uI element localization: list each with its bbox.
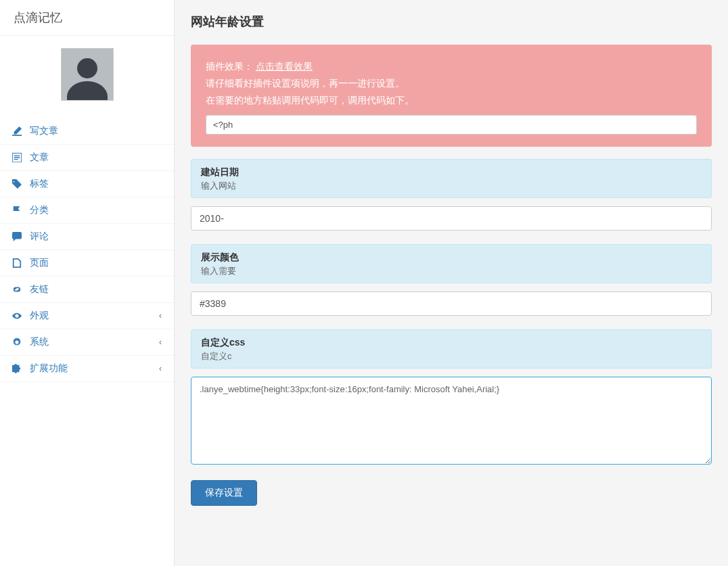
gear-icon (12, 337, 24, 347)
sidebar-item-extensions[interactable]: 扩展功能 ‹ (0, 356, 174, 382)
plugin-info-alert: 插件效果： 点击查看效果 请仔细看好插件设置项说明，再一一进行设置。 在需要的地… (191, 45, 712, 147)
section-title: 自定义css (201, 337, 702, 349)
section-header: 自定义css 自定义c (191, 329, 712, 369)
sidebar-item-label: 标签 (30, 178, 49, 190)
sidebar-item-label: 写文章 (30, 125, 58, 137)
section-custom-css: 自定义css 自定义c (191, 329, 712, 467)
sidebar-item-articles[interactable]: 文章 (0, 145, 174, 171)
build-date-input[interactable] (191, 206, 712, 231)
section-header: 建站日期 输入网站 (191, 159, 712, 198)
section-desc: 输入需要 (201, 265, 702, 277)
alert-line-3: 在需要的地方粘贴调用代码即可，调用代码如下。 (206, 92, 697, 109)
custom-css-textarea[interactable] (191, 377, 712, 465)
sidebar-item-label: 页面 (30, 257, 49, 269)
sidebar-item-tags[interactable]: 标签 (0, 171, 174, 197)
sidebar-item-label: 分类 (30, 204, 49, 216)
puzzle-icon (12, 364, 24, 373)
list-icon (12, 153, 24, 162)
sidebar-item-appearance[interactable]: 外观 ‹ (0, 303, 174, 329)
file-icon (12, 258, 24, 268)
edit-icon (12, 126, 24, 136)
sidebar-item-label: 系统 (30, 336, 49, 348)
display-color-input[interactable] (191, 291, 712, 316)
section-header: 展示颜色 输入需要 (191, 244, 712, 283)
sidebar-item-label: 友链 (30, 283, 49, 296)
view-effect-link[interactable]: 点击查看效果 (256, 61, 313, 72)
save-button[interactable]: 保存设置 (191, 480, 257, 506)
section-desc: 自定义c (201, 350, 702, 362)
sidebar-item-pages[interactable]: 页面 (0, 250, 174, 277)
comments-icon (12, 232, 24, 241)
section-desc: 输入网站 (201, 180, 702, 192)
chevron-left-icon: ‹ (159, 311, 162, 321)
main-content: 网站年龄设置 插件效果： 点击查看效果 请仔细看好插件设置项说明，再一一进行设置… (175, 0, 728, 566)
section-display-color: 展示颜色 输入需要 (191, 244, 712, 316)
section-title: 建站日期 (201, 166, 702, 179)
alert-line-2: 请仔细看好插件设置项说明，再一一进行设置。 (206, 75, 697, 92)
tags-icon (12, 179, 24, 189)
call-code-input[interactable] (206, 115, 697, 135)
sidebar-nav: 写文章 文章 标签 分类 (0, 116, 174, 382)
page-title: 网站年龄设置 (191, 14, 712, 30)
sidebar-item-links[interactable]: 友链 (0, 277, 174, 303)
sidebar-item-label: 扩展功能 (30, 362, 68, 375)
chevron-left-icon: ‹ (159, 337, 162, 347)
alert-line-1: 插件效果： 点击查看效果 (206, 58, 697, 75)
sidebar-item-categories[interactable]: 分类 (0, 197, 174, 224)
sidebar: 点滴记忆 写文章 文章 标签 (0, 0, 175, 566)
avatar-section (0, 36, 174, 116)
sidebar-item-label: 文章 (30, 151, 49, 164)
user-avatar[interactable] (61, 48, 114, 101)
sidebar-item-write[interactable]: 写文章 (0, 118, 174, 145)
flag-icon (12, 206, 24, 215)
sidebar-item-system[interactable]: 系统 ‹ (0, 329, 174, 356)
chevron-left-icon: ‹ (159, 364, 162, 373)
sidebar-item-label: 评论 (30, 231, 49, 243)
section-build-date: 建站日期 输入网站 (191, 159, 712, 231)
section-title: 展示颜色 (201, 252, 702, 264)
sidebar-item-label: 外观 (30, 310, 49, 322)
brand-title: 点滴记忆 (0, 0, 174, 36)
sidebar-item-comments[interactable]: 评论 (0, 224, 174, 250)
eye-icon (12, 311, 24, 321)
link-icon (12, 285, 24, 294)
